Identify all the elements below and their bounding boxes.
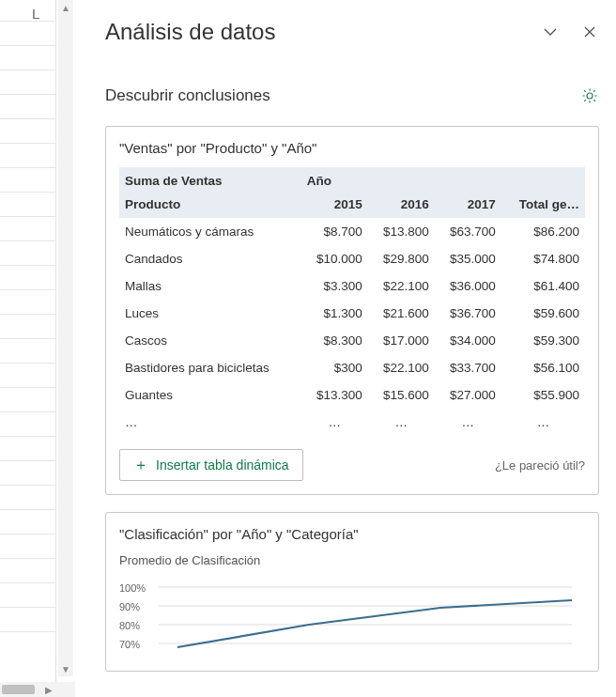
cell-total: $86.200 — [501, 218, 585, 245]
header-measure: Suma de Ventas — [119, 167, 301, 194]
cell-2017: $35.000 — [435, 245, 501, 272]
card-footer: ＋ Insertar tabla dinámica ¿Le pareció út… — [119, 449, 585, 481]
card-title: "Clasificación" por "Año" y "Categoría" — [119, 526, 585, 542]
cell-2015: $300 — [301, 354, 368, 381]
cell-2016: $17.000 — [368, 327, 435, 354]
cell-total: $59.300 — [501, 327, 585, 354]
scroll-up-icon[interactable]: ▲ — [58, 0, 73, 15]
table-row: Candados$10.000$29.800$35.000$74.800 — [119, 245, 585, 272]
y-tick: 100% — [119, 582, 146, 594]
insert-pivot-button[interactable]: ＋ Insertar tabla dinámica — [119, 449, 303, 481]
pane-title: Análisis de datos — [105, 19, 275, 45]
y-tick: 80% — [119, 620, 140, 631]
cell-2017: $34.000 — [435, 327, 501, 354]
column-header-L[interactable]: L — [32, 6, 39, 22]
cell-2017: $36.700 — [435, 300, 501, 327]
cell-2017: $36.000 — [435, 272, 501, 300]
header-2015: 2015 — [301, 194, 368, 218]
analyze-data-pane: Análisis de datos Descubrir conclusiones… — [79, 0, 616, 697]
insight-card-chart: "Clasificación" por "Año" y "Categoría" … — [105, 512, 599, 672]
chart-svg — [159, 582, 572, 658]
close-button[interactable] — [580, 23, 599, 41]
y-tick: 70% — [119, 639, 140, 650]
table-row: Bastidores para bicicletas$300$22.100$33… — [119, 354, 585, 381]
cell-total: $59.600 — [501, 300, 585, 327]
cell-total: $61.400 — [501, 272, 585, 300]
gear-icon — [581, 87, 598, 104]
chart-area: 100% 90% 80% 70% — [119, 582, 585, 658]
pane-header: Análisis de datos — [105, 19, 599, 45]
header-total: Total ge… — [501, 194, 585, 218]
cell-product: Mallas — [119, 272, 301, 300]
table-more-row[interactable]: … … … … … — [119, 409, 585, 436]
ellipsis: … — [301, 409, 368, 436]
ellipsis: … — [435, 409, 501, 436]
cell-product: Bastidores para bicicletas — [119, 354, 301, 381]
ellipsis: … — [501, 409, 585, 436]
insight-card-pivot: "Ventas" por "Producto" y "Año" Suma de … — [105, 126, 599, 495]
cell-2015: $8.300 — [301, 327, 368, 354]
card-title: "Ventas" por "Producto" y "Año" — [119, 140, 585, 156]
cell-total: $74.800 — [501, 245, 585, 272]
cell-total: $56.100 — [501, 354, 585, 381]
table-row: Mallas$3.300$22.100$36.000$61.400 — [119, 272, 585, 300]
cell-product: Candados — [119, 245, 301, 272]
spreadsheet-edge: L — [0, 0, 56, 697]
table-row: Neumáticos y cámaras$8.700$13.800$63.700… — [119, 218, 585, 245]
cell-product: Guantes — [119, 381, 301, 409]
table-header-row: Suma de Ventas Año — [119, 167, 585, 194]
cell-2016: $22.100 — [368, 354, 435, 381]
chevron-down-icon — [543, 24, 558, 39]
header-year-group: Año — [301, 167, 368, 194]
table-row: Guantes$13.300$15.600$27.000$55.900 — [119, 381, 585, 409]
cell-2017: $33.700 — [435, 354, 501, 381]
table-row: Cascos$8.300$17.000$34.000$59.300 — [119, 327, 585, 354]
cell-total: $55.900 — [501, 381, 585, 409]
cell-2017: $63.700 — [435, 218, 501, 245]
pane-actions — [541, 23, 599, 41]
cell-2015: $13.300 — [301, 381, 368, 409]
section-title: Descubrir conclusiones — [105, 86, 270, 105]
y-tick: 90% — [119, 601, 140, 612]
helpful-link[interactable]: ¿Le pareció útil? — [495, 458, 585, 472]
scroll-down-icon[interactable]: ▼ — [58, 661, 73, 676]
insert-pivot-label: Insertar tabla dinámica — [156, 457, 289, 472]
cell-2017: $27.000 — [435, 381, 501, 409]
cell-2016: $15.600 — [368, 381, 435, 409]
cell-2015: $3.300 — [301, 272, 368, 300]
vertical-scrollbar[interactable]: ▲ ▼ — [58, 0, 73, 676]
cell-2016: $29.800 — [368, 245, 435, 272]
settings-button[interactable] — [580, 86, 599, 105]
table-header-row: Producto 2015 2016 2017 Total ge… — [119, 194, 585, 218]
cell-2015: $10.000 — [301, 245, 368, 272]
cell-product: Neumáticos y cámaras — [119, 218, 301, 245]
ellipsis: … — [119, 409, 301, 436]
cell-2016: $22.100 — [368, 272, 435, 300]
horizontal-scrollbar[interactable]: ▶ — [0, 682, 75, 697]
cell-2016: $21.600 — [368, 300, 435, 327]
scroll-thumb[interactable] — [2, 685, 35, 694]
header-product: Producto — [119, 194, 301, 218]
plus-icon: ＋ — [133, 457, 148, 472]
pivot-table: Suma de Ventas Año Producto 2015 2016 20… — [119, 167, 585, 436]
header-2017: 2017 — [435, 194, 501, 218]
cell-2015: $8.700 — [301, 218, 368, 245]
header-2016: 2016 — [368, 194, 435, 218]
cell-2015: $1.300 — [301, 300, 368, 327]
grid-cells[interactable] — [0, 21, 56, 656]
section-header: Descubrir conclusiones — [105, 86, 599, 105]
close-icon — [582, 24, 597, 39]
cell-2016: $13.800 — [368, 218, 435, 245]
ellipsis: … — [368, 409, 435, 436]
collapse-button[interactable] — [541, 23, 560, 41]
cell-product: Cascos — [119, 327, 301, 354]
card-subtitle: Promedio de Clasificación — [119, 553, 585, 567]
scroll-right-icon[interactable]: ▶ — [41, 682, 56, 697]
cell-product: Luces — [119, 300, 301, 327]
table-row: Luces$1.300$21.600$36.700$59.600 — [119, 300, 585, 327]
